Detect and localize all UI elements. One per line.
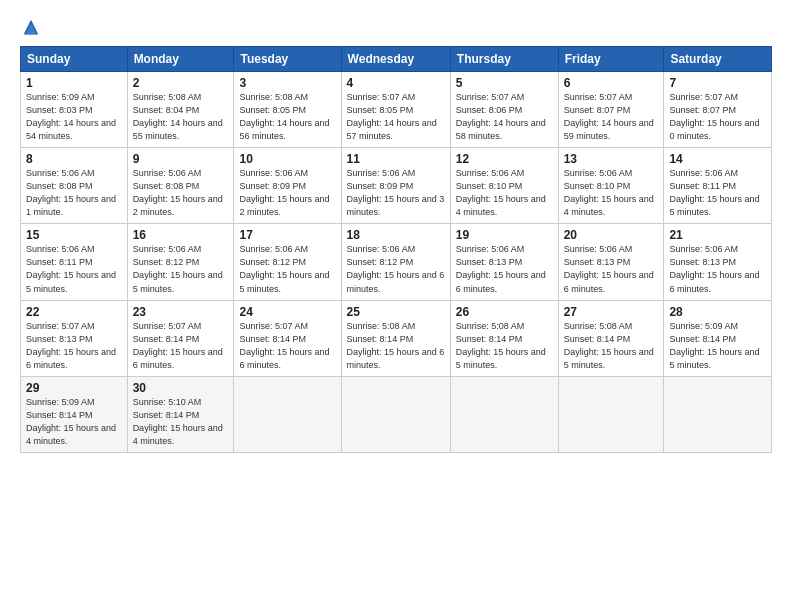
week-row-2: 15Sunrise: 5:06 AMSunset: 8:11 PMDayligh… [21, 224, 772, 300]
day-info: Sunrise: 5:06 AMSunset: 8:11 PMDaylight:… [669, 167, 766, 219]
day-info: Sunrise: 5:06 AMSunset: 8:13 PMDaylight:… [456, 243, 553, 295]
calendar-cell: 27Sunrise: 5:08 AMSunset: 8:14 PMDayligh… [558, 300, 664, 376]
calendar-cell: 30Sunrise: 5:10 AMSunset: 8:14 PMDayligh… [127, 376, 234, 452]
day-number: 23 [133, 305, 229, 319]
day-info: Sunrise: 5:07 AMSunset: 8:14 PMDaylight:… [133, 320, 229, 372]
day-info: Sunrise: 5:06 AMSunset: 8:12 PMDaylight:… [239, 243, 335, 295]
calendar-cell: 24Sunrise: 5:07 AMSunset: 8:14 PMDayligh… [234, 300, 341, 376]
day-info: Sunrise: 5:06 AMSunset: 8:10 PMDaylight:… [456, 167, 553, 219]
day-number: 20 [564, 228, 659, 242]
calendar-cell [341, 376, 450, 452]
day-number: 13 [564, 152, 659, 166]
day-number: 15 [26, 228, 122, 242]
calendar-cell: 13Sunrise: 5:06 AMSunset: 8:10 PMDayligh… [558, 148, 664, 224]
day-number: 24 [239, 305, 335, 319]
day-info: Sunrise: 5:06 AMSunset: 8:09 PMDaylight:… [347, 167, 445, 219]
calendar-cell: 3Sunrise: 5:08 AMSunset: 8:05 PMDaylight… [234, 72, 341, 148]
day-number: 11 [347, 152, 445, 166]
header-wednesday: Wednesday [341, 47, 450, 72]
day-number: 16 [133, 228, 229, 242]
calendar-body: 1Sunrise: 5:09 AMSunset: 8:03 PMDaylight… [21, 72, 772, 453]
day-info: Sunrise: 5:06 AMSunset: 8:13 PMDaylight:… [564, 243, 659, 295]
day-info: Sunrise: 5:08 AMSunset: 8:14 PMDaylight:… [564, 320, 659, 372]
day-number: 28 [669, 305, 766, 319]
day-info: Sunrise: 5:08 AMSunset: 8:14 PMDaylight:… [456, 320, 553, 372]
day-info: Sunrise: 5:07 AMSunset: 8:13 PMDaylight:… [26, 320, 122, 372]
day-number: 30 [133, 381, 229, 395]
header [20, 18, 772, 40]
calendar-cell: 29Sunrise: 5:09 AMSunset: 8:14 PMDayligh… [21, 376, 128, 452]
day-info: Sunrise: 5:08 AMSunset: 8:04 PMDaylight:… [133, 91, 229, 143]
day-info: Sunrise: 5:06 AMSunset: 8:08 PMDaylight:… [133, 167, 229, 219]
day-number: 27 [564, 305, 659, 319]
day-number: 29 [26, 381, 122, 395]
header-monday: Monday [127, 47, 234, 72]
day-number: 26 [456, 305, 553, 319]
day-number: 18 [347, 228, 445, 242]
header-tuesday: Tuesday [234, 47, 341, 72]
calendar: SundayMondayTuesdayWednesdayThursdayFrid… [20, 46, 772, 453]
day-info: Sunrise: 5:06 AMSunset: 8:12 PMDaylight:… [347, 243, 445, 295]
calendar-header: SundayMondayTuesdayWednesdayThursdayFrid… [21, 47, 772, 72]
day-info: Sunrise: 5:09 AMSunset: 8:14 PMDaylight:… [669, 320, 766, 372]
calendar-cell: 18Sunrise: 5:06 AMSunset: 8:12 PMDayligh… [341, 224, 450, 300]
calendar-cell [234, 376, 341, 452]
calendar-cell [450, 376, 558, 452]
day-number: 19 [456, 228, 553, 242]
header-saturday: Saturday [664, 47, 772, 72]
day-number: 10 [239, 152, 335, 166]
day-info: Sunrise: 5:06 AMSunset: 8:12 PMDaylight:… [133, 243, 229, 295]
calendar-cell: 19Sunrise: 5:06 AMSunset: 8:13 PMDayligh… [450, 224, 558, 300]
logo [20, 18, 44, 40]
day-info: Sunrise: 5:06 AMSunset: 8:13 PMDaylight:… [669, 243, 766, 295]
calendar-cell: 16Sunrise: 5:06 AMSunset: 8:12 PMDayligh… [127, 224, 234, 300]
calendar-cell: 26Sunrise: 5:08 AMSunset: 8:14 PMDayligh… [450, 300, 558, 376]
calendar-cell: 7Sunrise: 5:07 AMSunset: 8:07 PMDaylight… [664, 72, 772, 148]
header-sunday: Sunday [21, 47, 128, 72]
day-number: 8 [26, 152, 122, 166]
calendar-cell: 9Sunrise: 5:06 AMSunset: 8:08 PMDaylight… [127, 148, 234, 224]
day-number: 14 [669, 152, 766, 166]
logo-icon [20, 18, 42, 40]
calendar-cell: 4Sunrise: 5:07 AMSunset: 8:05 PMDaylight… [341, 72, 450, 148]
calendar-cell: 12Sunrise: 5:06 AMSunset: 8:10 PMDayligh… [450, 148, 558, 224]
day-info: Sunrise: 5:06 AMSunset: 8:11 PMDaylight:… [26, 243, 122, 295]
calendar-cell: 20Sunrise: 5:06 AMSunset: 8:13 PMDayligh… [558, 224, 664, 300]
day-number: 5 [456, 76, 553, 90]
day-number: 25 [347, 305, 445, 319]
calendar-cell: 22Sunrise: 5:07 AMSunset: 8:13 PMDayligh… [21, 300, 128, 376]
day-info: Sunrise: 5:07 AMSunset: 8:06 PMDaylight:… [456, 91, 553, 143]
week-row-4: 29Sunrise: 5:09 AMSunset: 8:14 PMDayligh… [21, 376, 772, 452]
calendar-cell: 28Sunrise: 5:09 AMSunset: 8:14 PMDayligh… [664, 300, 772, 376]
day-number: 9 [133, 152, 229, 166]
day-number: 4 [347, 76, 445, 90]
day-number: 3 [239, 76, 335, 90]
day-info: Sunrise: 5:07 AMSunset: 8:07 PMDaylight:… [564, 91, 659, 143]
day-number: 2 [133, 76, 229, 90]
day-info: Sunrise: 5:07 AMSunset: 8:05 PMDaylight:… [347, 91, 445, 143]
calendar-cell: 5Sunrise: 5:07 AMSunset: 8:06 PMDaylight… [450, 72, 558, 148]
header-friday: Friday [558, 47, 664, 72]
day-info: Sunrise: 5:08 AMSunset: 8:05 PMDaylight:… [239, 91, 335, 143]
calendar-cell: 1Sunrise: 5:09 AMSunset: 8:03 PMDaylight… [21, 72, 128, 148]
calendar-cell: 17Sunrise: 5:06 AMSunset: 8:12 PMDayligh… [234, 224, 341, 300]
day-info: Sunrise: 5:07 AMSunset: 8:07 PMDaylight:… [669, 91, 766, 143]
header-thursday: Thursday [450, 47, 558, 72]
calendar-cell [664, 376, 772, 452]
calendar-cell: 21Sunrise: 5:06 AMSunset: 8:13 PMDayligh… [664, 224, 772, 300]
week-row-0: 1Sunrise: 5:09 AMSunset: 8:03 PMDaylight… [21, 72, 772, 148]
calendar-cell: 15Sunrise: 5:06 AMSunset: 8:11 PMDayligh… [21, 224, 128, 300]
calendar-cell: 23Sunrise: 5:07 AMSunset: 8:14 PMDayligh… [127, 300, 234, 376]
page: SundayMondayTuesdayWednesdayThursdayFrid… [0, 0, 792, 612]
calendar-cell: 8Sunrise: 5:06 AMSunset: 8:08 PMDaylight… [21, 148, 128, 224]
calendar-cell: 6Sunrise: 5:07 AMSunset: 8:07 PMDaylight… [558, 72, 664, 148]
day-info: Sunrise: 5:09 AMSunset: 8:03 PMDaylight:… [26, 91, 122, 143]
day-info: Sunrise: 5:06 AMSunset: 8:09 PMDaylight:… [239, 167, 335, 219]
calendar-cell: 14Sunrise: 5:06 AMSunset: 8:11 PMDayligh… [664, 148, 772, 224]
day-number: 12 [456, 152, 553, 166]
day-number: 1 [26, 76, 122, 90]
calendar-cell: 2Sunrise: 5:08 AMSunset: 8:04 PMDaylight… [127, 72, 234, 148]
week-row-3: 22Sunrise: 5:07 AMSunset: 8:13 PMDayligh… [21, 300, 772, 376]
calendar-cell: 25Sunrise: 5:08 AMSunset: 8:14 PMDayligh… [341, 300, 450, 376]
day-info: Sunrise: 5:09 AMSunset: 8:14 PMDaylight:… [26, 396, 122, 448]
